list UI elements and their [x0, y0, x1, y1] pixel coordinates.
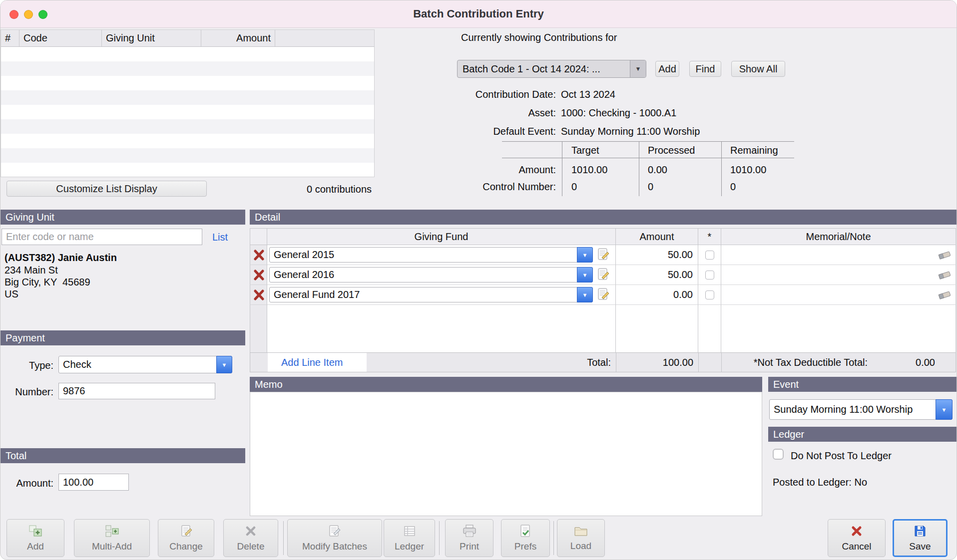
amount-cell[interactable]: 50.00: [616, 265, 698, 285]
batch-find-button[interactable]: Find: [689, 61, 721, 77]
giving-unit-address-3: US: [4, 288, 18, 300]
detail-col-amount: Amount: [616, 228, 698, 245]
stats-control-processed: 0: [648, 181, 653, 193]
memorial-cell[interactable]: [721, 285, 956, 305]
empty-delete-column: [250, 305, 267, 352]
giving-unit-address-2: Big City, KY 45689: [4, 276, 90, 288]
prefs-button-label: Prefs: [514, 541, 536, 552]
load-button[interactable]: Load: [557, 519, 605, 557]
ledger-button[interactable]: Ledger: [384, 519, 435, 557]
memo-eraser-icon[interactable]: [938, 270, 952, 280]
stats-col-target: Target: [571, 144, 599, 156]
total-section-header: Total: [0, 448, 245, 463]
edit-fund-button[interactable]: [597, 287, 611, 301]
print-icon: [462, 524, 477, 540]
minimize-button[interactable]: [24, 10, 33, 19]
amount-value: 0.00: [673, 289, 693, 300]
delete-button-label: Delete: [237, 541, 265, 552]
zoom-button[interactable]: [38, 10, 47, 19]
payment-number-input[interactable]: [58, 383, 215, 399]
giving-fund-select[interactable]: General Fund 2017 ▼: [269, 287, 593, 302]
modify-batches-icon: [328, 524, 342, 540]
event-select[interactable]: Sunday Morning 11:00 Worship ▼: [769, 399, 953, 420]
add-button-label: Add: [27, 541, 44, 552]
add-line-item-link[interactable]: Add Line Item: [281, 356, 343, 368]
edit-fund-icon: [597, 287, 610, 300]
stats-amount-processed: 0.00: [648, 164, 667, 176]
change-icon: [179, 524, 193, 540]
ledger-button-label: Ledger: [395, 541, 424, 552]
total-amount-input[interactable]: [58, 474, 129, 491]
do-not-post-checkbox[interactable]: [773, 449, 784, 460]
amount-value: 50.00: [668, 269, 693, 280]
edit-fund-button[interactable]: [597, 248, 611, 262]
column-header-giving-unit[interactable]: Giving Unit: [102, 30, 201, 46]
footer-divider-3: [721, 353, 722, 372]
column-header-code[interactable]: Code: [19, 30, 102, 46]
row-ntd-checkbox[interactable]: [705, 271, 714, 280]
giving-unit-search-input[interactable]: [1, 229, 202, 245]
ledger-icon: [403, 524, 417, 540]
stats-divider-v2: [639, 141, 639, 196]
row-ntd-checkbox[interactable]: [705, 290, 714, 299]
modify-batches-button[interactable]: Modify Batches: [287, 519, 382, 557]
delete-row-button[interactable]: [250, 285, 267, 305]
default-event-label: Default Event:: [456, 125, 556, 137]
memorial-cell[interactable]: [721, 265, 956, 285]
detail-col-star: *: [698, 228, 721, 245]
column-header-amount[interactable]: Amount: [201, 30, 275, 46]
empty-ntd-column: [698, 305, 721, 352]
delete-row-button[interactable]: [250, 265, 267, 285]
ntd-total-value: 0.00: [870, 356, 935, 368]
delete-row-button[interactable]: [250, 245, 267, 265]
stats-amount-remaining: 1010.00: [730, 164, 766, 176]
change-button-label: Change: [169, 541, 203, 552]
default-event-value: Sunday Morning 11:00 Worship: [561, 125, 700, 137]
chevron-down-icon: ▼: [216, 356, 232, 373]
cancel-button[interactable]: Cancel: [828, 519, 886, 557]
save-button[interactable]: Save: [893, 519, 948, 557]
column-header-number[interactable]: #: [1, 30, 19, 46]
giving-fund-select[interactable]: General 2016 ▼: [269, 267, 593, 282]
memorial-cell[interactable]: [721, 245, 956, 265]
stats-control-remaining: 0: [730, 181, 736, 193]
detail-total-label: Total:: [520, 356, 611, 368]
print-button-label: Print: [460, 541, 479, 552]
amount-cell[interactable]: 50.00: [616, 245, 698, 265]
list-link[interactable]: List: [212, 231, 228, 243]
close-button[interactable]: [9, 10, 18, 19]
memo-textarea[interactable]: [250, 392, 762, 516]
customize-list-display-button[interactable]: Customize List Display: [6, 181, 207, 197]
do-not-post-label: Do Not Post To Ledger: [791, 450, 892, 462]
multi-add-button[interactable]: Multi-Add: [74, 519, 150, 557]
delete-button[interactable]: Delete: [223, 519, 278, 557]
chevron-down-icon: ▼: [577, 267, 593, 282]
batch-add-button[interactable]: Add: [655, 61, 679, 77]
batch-show-all-button[interactable]: Show All: [731, 61, 785, 77]
load-button-label: Load: [570, 541, 591, 552]
edit-fund-icon: [597, 268, 610, 280]
edit-fund-button[interactable]: [597, 268, 611, 281]
memo-eraser-icon[interactable]: [938, 289, 952, 300]
modify-batches-button-label: Modify Batches: [302, 541, 367, 552]
print-button[interactable]: Print: [445, 519, 493, 557]
detail-total-value: 100.00: [620, 356, 693, 368]
add-button[interactable]: Add: [6, 519, 64, 557]
prefs-button[interactable]: Prefs: [501, 519, 550, 557]
amount-cell[interactable]: 0.00: [616, 285, 698, 305]
chevron-down-icon: ▼: [630, 60, 646, 77]
row-ntd-checkbox[interactable]: [705, 251, 714, 260]
giving-unit-address-1: 234 Main St: [4, 264, 58, 276]
memo-eraser-icon[interactable]: [938, 250, 952, 261]
batch-select-value: Batch Code 1 - Oct 14 2024: ...: [463, 60, 627, 77]
contributions-list-body[interactable]: [1, 47, 374, 177]
payment-type-select[interactable]: Check ▼: [58, 356, 232, 373]
giving-fund-select[interactable]: General 2015 ▼: [269, 247, 593, 263]
change-button[interactable]: Change: [158, 519, 214, 557]
column-header-filler: [275, 30, 374, 46]
fund-cell: General 2015 ▼: [267, 245, 616, 265]
batch-contribution-entry-window: Batch Contribution Entry # Code Giving U…: [0, 0, 957, 560]
giving-fund-value: General 2015: [274, 248, 572, 262]
empty-amount-column: [616, 305, 698, 352]
batch-select[interactable]: Batch Code 1 - Oct 14 2024: ... ▼: [457, 60, 646, 78]
